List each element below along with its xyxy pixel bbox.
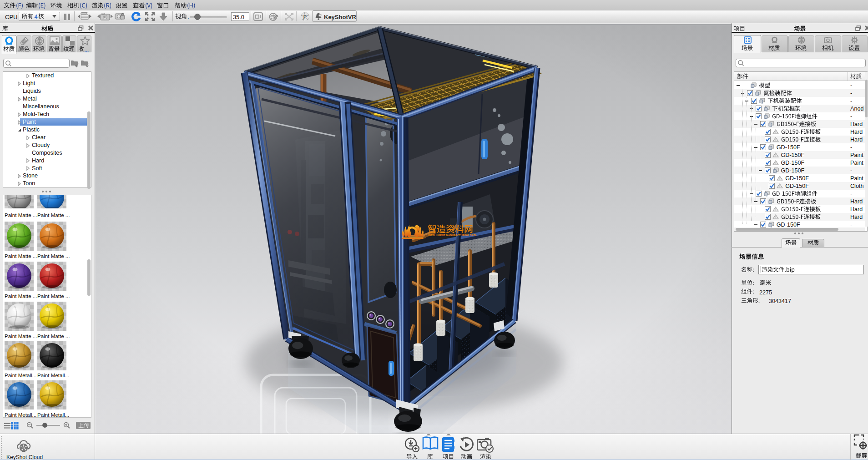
svg-text:P: P xyxy=(303,14,307,20)
